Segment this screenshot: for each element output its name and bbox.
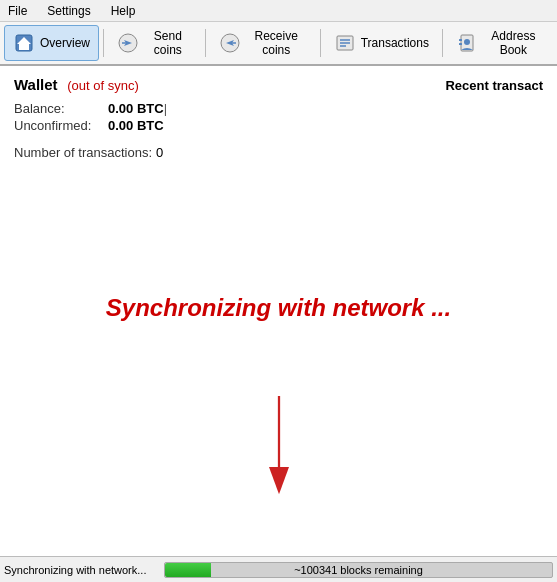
recent-transactions-label: Recent transact: [445, 78, 543, 93]
wallet-title-container: Wallet (out of sync): [14, 76, 139, 93]
num-transactions-row: Number of transactions: 0: [14, 145, 543, 160]
menu-file[interactable]: File: [4, 2, 31, 20]
sync-arrow: [264, 396, 294, 496]
toolbar-send-coins-button[interactable]: Send coins: [108, 25, 201, 61]
svg-marker-17: [269, 467, 289, 494]
wallet-info: Balance: 0.00 BTC Unconfirmed: 0.00 BTC: [14, 101, 543, 133]
toolbar-overview-button[interactable]: Overview: [4, 25, 99, 61]
toolbar-receive-coins-button[interactable]: Receive coins: [210, 25, 316, 61]
menu-help[interactable]: Help: [107, 2, 140, 20]
num-transactions-label: Number of transactions:: [14, 145, 152, 160]
unconfirmed-value: 0.00 BTC: [108, 118, 164, 133]
home-icon: [13, 32, 35, 54]
menu-settings[interactable]: Settings: [43, 2, 94, 20]
menu-bar: File Settings Help: [0, 0, 557, 22]
toolbar-address-book-button[interactable]: Address Book: [447, 25, 553, 61]
balance-label: Balance:: [14, 101, 104, 116]
toolbar-address-book-label: Address Book: [483, 29, 544, 57]
toolbar-separator-3: [320, 29, 321, 57]
toolbar: Overview Send coins Receive coins: [0, 22, 557, 66]
wallet-header: Wallet (out of sync) Recent transact: [14, 76, 543, 93]
main-content: Wallet (out of sync) Recent transact Bal…: [0, 66, 557, 556]
address-book-icon: [456, 32, 478, 54]
toolbar-transactions-label: Transactions: [361, 36, 429, 50]
out-of-sync-badge: (out of sync): [67, 78, 139, 93]
status-bar: Synchronizing with network... ~100341 bl…: [0, 556, 557, 582]
sync-message: Synchronizing with network ...: [106, 294, 451, 322]
toolbar-overview-label: Overview: [40, 36, 90, 50]
send-icon: [117, 32, 139, 54]
svg-point-13: [464, 39, 470, 45]
balance-value: 0.00 BTC: [108, 101, 167, 116]
svg-rect-15: [459, 43, 462, 45]
receive-icon: [219, 32, 241, 54]
unconfirmed-row: Unconfirmed: 0.00 BTC: [14, 118, 543, 133]
toolbar-send-coins-label: Send coins: [144, 29, 192, 57]
transactions-icon: [334, 32, 356, 54]
wallet-title: Wallet: [14, 76, 58, 93]
toolbar-transactions-button[interactable]: Transactions: [325, 25, 438, 61]
toolbar-separator-1: [103, 29, 104, 57]
toolbar-separator-4: [442, 29, 443, 57]
sync-text: Synchronizing with network ...: [106, 294, 451, 321]
progress-bar: ~100341 blocks remaining: [164, 562, 553, 578]
toolbar-separator-2: [205, 29, 206, 57]
svg-rect-14: [459, 39, 462, 41]
toolbar-receive-coins-label: Receive coins: [246, 29, 307, 57]
progress-bar-label: ~100341 blocks remaining: [165, 563, 552, 577]
num-transactions-value: 0: [156, 145, 163, 160]
unconfirmed-label: Unconfirmed:: [14, 118, 104, 133]
balance-row: Balance: 0.00 BTC: [14, 101, 543, 116]
status-sync-text: Synchronizing with network...: [4, 564, 164, 576]
